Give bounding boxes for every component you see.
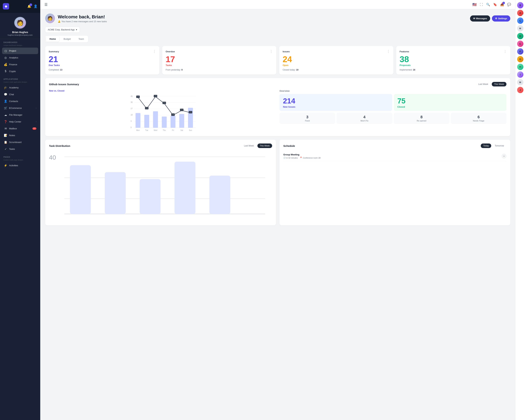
search-icon[interactable]: 🔍 — [486, 3, 490, 7]
app-logo[interactable]: ◆ — [3, 3, 9, 9]
right-avatar-2[interactable]: C — [517, 18, 524, 24]
hamburger-menu[interactable]: ☰ — [45, 2, 47, 7]
messages-button[interactable]: ✉ Messages — [470, 15, 490, 21]
right-avatar-10[interactable]: M — [517, 79, 524, 85]
right-avatar-7[interactable]: G — [517, 56, 524, 62]
scrumboard-icon: 📋 — [4, 140, 7, 144]
overview-area: Overview 214 New Issues 75 Closed — [280, 90, 506, 132]
github-issues-header: Github Issues Summary Last Week This Wee… — [49, 82, 506, 86]
schedule-tomorrow-btn[interactable]: Tomorrow — [492, 143, 506, 148]
sidebar-item-ecommerce[interactable]: 🛒 ECommerce › — [2, 105, 38, 111]
schedule-today-btn[interactable]: Today — [481, 143, 491, 148]
sidebar-item-tasks[interactable]: ✓ Tasks — [2, 146, 38, 152]
sidebar-item-project[interactable]: ◻ Project — [2, 48, 38, 54]
stat-issues-label: Open — [283, 64, 390, 66]
top-bar: ☰ 🇺🇸 ⛶ 🔍 🔖 📥 5 💬 — [40, 0, 515, 9]
chat-bubble-icon[interactable]: 💬 — [507, 3, 511, 7]
bell-icon: 🔔 — [58, 20, 61, 23]
sidebar-item-filemanager[interactable]: ☁ File Manager — [2, 112, 38, 118]
mailbox-badge: 27 — [32, 127, 36, 130]
nav-section-applications-label: APPLICATIONS — [2, 78, 38, 80]
welcome-left: 🧑 Welcome back, Brian! 🔔 You have 2 new … — [45, 13, 107, 23]
sidebar-item-contacts-label: Contacts — [9, 100, 18, 103]
flag-icon[interactable]: 🇺🇸 — [472, 2, 477, 7]
svg-text:Sat: Sat — [180, 129, 183, 131]
chart-container: 45 36 27 18 9 0 — [49, 94, 276, 132]
sidebar-item-mailbox[interactable]: ✉ Mailbox 27 — [2, 125, 38, 132]
closed-issues-label: Closed — [397, 105, 503, 108]
sidebar-item-crypto[interactable]: $ Crypto — [2, 68, 38, 74]
right-avatar-8[interactable]: H — [517, 64, 524, 70]
notification-badge: 3 — [29, 3, 32, 6]
ecommerce-icon: 🛒 — [4, 106, 7, 110]
tab-team[interactable]: Team — [75, 36, 87, 42]
svg-text:36: 36 — [131, 101, 133, 103]
svg-text:Sun: Sun — [189, 129, 192, 131]
right-avatar-11[interactable]: J — [517, 87, 524, 93]
right-avatar-3[interactable]: M — [517, 25, 524, 31]
nav-section-dashboards-sub: Unique dashboard designs — [2, 45, 38, 46]
stat-card-overdue: Overdue ⋮ 17 Tasks From yesterday: 9 — [162, 46, 276, 75]
sidebar-item-activities[interactable]: ⚡ Activities — [2, 162, 38, 169]
helpcenter-icon: ❓ — [4, 120, 7, 123]
nav-applications: APPLICATIONS Custom made application des… — [0, 76, 40, 154]
stat-summary-menu[interactable]: ⋮ — [153, 49, 156, 53]
sidebar-item-notes-label: Notes — [9, 134, 15, 137]
stat-issues-title: Issues — [283, 50, 290, 53]
sidebar-item-finance[interactable]: 💰 Finance — [2, 61, 38, 68]
sidebar-item-filemanager-label: File Manager — [9, 113, 22, 116]
fixed-number: 3 — [281, 115, 333, 119]
sidebar-item-chat[interactable]: 💬 Chat — [2, 91, 38, 98]
svg-point-30 — [164, 103, 165, 104]
sidebar-item-notes[interactable]: 📝 Notes — [2, 132, 38, 139]
github-this-week-btn[interactable]: This Week — [492, 82, 506, 86]
right-avatar-9[interactable]: I — [517, 71, 524, 78]
svg-point-33 — [172, 114, 174, 116]
online-indicator — [522, 15, 523, 16]
right-avatar-4[interactable]: D — [517, 33, 524, 39]
tab-group: Home Budget Team — [45, 35, 88, 43]
stat-features-menu[interactable]: ⋮ — [504, 49, 507, 53]
sidebar-item-contacts[interactable]: 👤 Contacts — [2, 98, 38, 104]
welcome-text: Welcome back, Brian! 🔔 You have 2 new me… — [58, 14, 107, 23]
schedule-item-arrow[interactable]: › — [502, 154, 506, 159]
sidebar-item-scrumboard[interactable]: 📋 Scrumboard — [2, 139, 38, 145]
chat-icon: 💬 — [4, 93, 7, 96]
right-avatar-0[interactable]: B — [517, 2, 524, 8]
fullscreen-icon[interactable]: ⛶ — [480, 3, 483, 7]
task-dist-header: Task Distribution Last Week This Week — [49, 143, 272, 148]
github-last-week-btn[interactable]: Last Week — [476, 82, 490, 86]
right-avatar-6[interactable]: F — [517, 48, 524, 55]
stat-overdue-menu[interactable]: ⋮ — [270, 49, 273, 53]
bookmark-icon[interactable]: 🔖 — [493, 3, 497, 7]
sidebar-item-analytics[interactable]: ◎ Analytics — [2, 55, 38, 61]
schedule-item-details: Group Meeting 🕐 in 32 minutes 📍 Conferen… — [283, 153, 321, 159]
svg-rect-55 — [175, 162, 196, 214]
task-dist-last-week-btn[interactable]: Last Week — [242, 143, 256, 148]
stat-issues-footer: Closed today: 19 — [283, 69, 390, 71]
profile-section: 🧑 Brian Hughes hughes.brian@company.com — [0, 13, 40, 39]
triage-label: Needs Triage — [452, 120, 505, 122]
academy-icon: 🎓 — [4, 86, 7, 89]
sidebar-item-academy[interactable]: 🎓 Academy — [2, 84, 38, 91]
tab-budget[interactable]: Budget — [60, 36, 74, 42]
tab-home[interactable]: Home — [46, 36, 59, 42]
settings-button[interactable]: ⚙ Settings — [492, 15, 510, 21]
avatar: 🧑 — [14, 17, 27, 29]
user-profile-icon[interactable]: 👤 — [34, 4, 38, 8]
nav-section-pages-label: PAGES — [2, 156, 38, 158]
triage-number: 6 — [452, 115, 505, 119]
nav-section-applications-sub: Custom made application designs — [2, 81, 38, 83]
right-avatar-1[interactable]: A — [517, 10, 524, 16]
right-avatar-5[interactable]: E — [517, 41, 524, 47]
stat-overdue-number: 17 — [166, 55, 273, 64]
notification-bell[interactable]: 🔔 3 — [27, 4, 31, 8]
inbox-icon[interactable]: 📥 5 — [500, 3, 504, 7]
overview-top: 214 New Issues 75 Closed — [280, 94, 506, 111]
task-dist-this-week-btn[interactable]: This Week — [257, 143, 272, 148]
stat-issues-menu[interactable]: ⋮ — [387, 49, 390, 53]
project-selector[interactable]: ACME Corp. Backend App ▾ — [45, 27, 80, 33]
sidebar-item-helpcenter[interactable]: ❓ Help Center › — [2, 119, 38, 125]
svg-text:Fri: Fri — [172, 129, 174, 131]
left-sidebar: ◆ 🔔 3 👤 🧑 Brian Hughes hughes.brian@comp… — [0, 0, 40, 420]
